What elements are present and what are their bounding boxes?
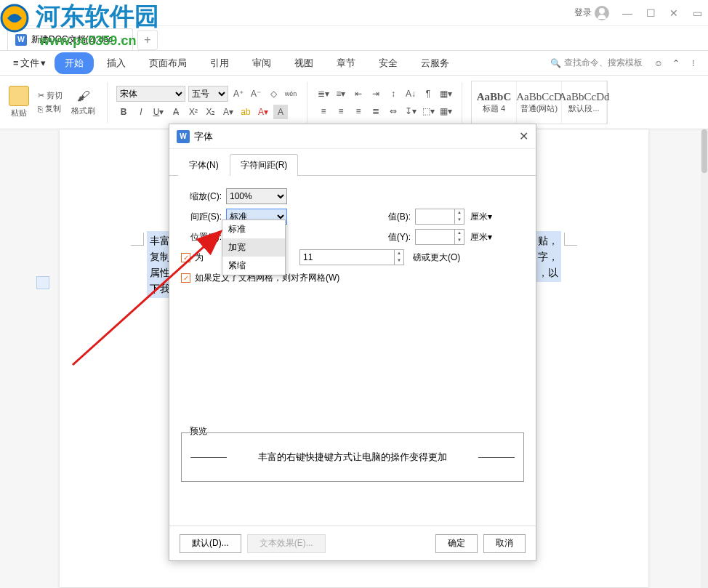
dropdown-option-expanded[interactable]: 加宽 [222,238,285,257]
menu-security[interactable]: 安全 [369,52,408,74]
menu-references[interactable]: 引用 [200,52,239,74]
chevron-down-icon: ▾ [488,232,492,242]
copy-icon: ⎘ [38,105,43,113]
outline-pane-icon[interactable] [36,276,49,289]
strike-icon[interactable]: A̶ [169,105,183,119]
command-search[interactable]: 🔍 查找命令、搜索模板 [550,57,643,69]
shading-icon[interactable]: ⬚▾ [421,104,435,118]
bold-icon[interactable]: B [116,105,131,119]
spinner-buttons[interactable]: ▲▼ [394,249,404,265]
superscript-icon[interactable]: X² [186,105,201,119]
value-y-input[interactable] [415,229,454,245]
dropdown-option-standard[interactable]: 标准 [222,220,285,238]
paste-icon [9,86,29,106]
numbering-icon[interactable]: ≡▾ [334,86,348,101]
ok-button[interactable]: 确定 [435,534,478,553]
text-effects-button: 文本效果(E)... [247,534,326,553]
menu-cloud[interactable]: 云服务 [411,52,459,74]
clear-format-icon[interactable]: ◇ [266,86,281,101]
preview-frame: 丰富的右键快捷键方式让电脑的操作变得更加 [181,432,524,482]
login-button[interactable]: 登录 [574,6,609,20]
default-button[interactable]: 默认(D)... [180,534,241,553]
copy-button[interactable]: ⎘复制 [38,103,63,114]
maximize-icon[interactable]: ☐ [645,8,656,18]
paste-group[interactable]: 粘贴 [6,86,32,118]
spacing-label: 间距(S): [181,211,222,223]
highlight-icon[interactable]: ab [238,105,253,119]
preview-line [190,457,227,458]
show-marks-icon[interactable]: ¶ [421,86,435,101]
kerning-checkbox[interactable]: ✓ 为 [181,251,204,264]
document-tab[interactable]: W 新建DOC文档(2).doc × [7,28,133,50]
cancel-button[interactable]: 取消 [483,534,526,553]
align-right-icon[interactable]: ≡ [351,104,366,118]
style-default[interactable]: AaBbCcDd 默认段... [562,81,607,124]
tab-font[interactable]: 字体(N) [178,154,230,176]
minimize-icon[interactable]: — [622,8,632,18]
menu-view[interactable]: 视图 [284,52,323,74]
kern-size-input[interactable] [299,249,394,265]
subscript-icon[interactable]: X₂ [204,105,218,119]
text-effect-icon[interactable]: A▾ [221,105,236,119]
menu-section[interactable]: 章节 [326,52,366,74]
spinner-buttons[interactable]: ▲▼ [454,229,464,245]
unit-cm[interactable]: 厘米▾ [470,231,492,243]
phonetic-icon[interactable]: wén [283,86,298,101]
file-menu[interactable]: ≡ 文件 ▾ [7,54,52,73]
tab-char-spacing[interactable]: 字符间距(R) [230,154,299,176]
dialog-titlebar[interactable]: W 字体 ✕ [169,124,536,149]
format-painter-button[interactable]: 🖌 格式刷 [68,89,98,116]
kern-size-spinner[interactable]: ▲▼ [299,249,404,265]
spinner-buttons[interactable]: ▲▼ [454,209,464,225]
underline-icon[interactable]: U▾ [151,105,166,119]
font-group: 宋体 五号 A⁺ A⁻ ◇ wén B I U▾ A̶ X² X₂ A▾ ab … [116,86,298,119]
new-tab-button[interactable]: + [137,30,158,50]
cut-button[interactable]: ✂剪切 [38,90,63,101]
align-justify-icon[interactable]: ≣ [369,104,383,118]
borders-icon[interactable]: ▦▾ [438,104,453,118]
menu-home[interactable]: 开始 [55,52,94,74]
value-b-input[interactable] [415,209,454,225]
menu-insert[interactable]: 插入 [97,52,136,74]
style-heading4[interactable]: AaBbC 标题 4 [472,81,517,124]
font-color-icon[interactable]: A▾ [256,105,270,119]
bullets-icon[interactable]: ≣▾ [316,86,331,101]
help-icon[interactable]: ⁝ [686,56,701,71]
dropdown-option-condensed[interactable]: 紧缩 [222,257,285,275]
grow-font-icon[interactable]: A⁺ [231,86,246,101]
char-shading-icon[interactable]: A [273,105,288,119]
scroll-thumb[interactable] [701,129,707,173]
font-size-select[interactable]: 五号 [188,86,228,102]
close-window-icon[interactable]: ✕ [669,8,679,18]
distribute-icon[interactable]: ⇔ [386,104,401,118]
format-painter-label: 格式刷 [71,105,95,116]
value-b-spinner[interactable]: ▲▼ [415,209,464,225]
shrink-font-icon[interactable]: A⁻ [249,86,263,101]
margin-corner [564,233,577,246]
value-y-spinner[interactable]: ▲▼ [415,229,464,245]
indent-right-icon[interactable]: ⇥ [369,86,383,101]
zoom-select[interactable]: 100% [226,188,287,204]
border-icon[interactable]: ▦▾ [438,86,453,101]
dialog-close-icon[interactable]: ✕ [519,129,528,143]
vertical-scrollbar[interactable] [701,129,708,588]
smiley-icon[interactable]: ☺ [651,56,666,71]
line-spacing-icon[interactable]: ↕ [386,86,401,101]
menu-page-layout[interactable]: 页面布局 [139,52,197,74]
font-name-select[interactable]: 宋体 [116,86,185,102]
sort-icon[interactable]: A↓ [403,86,418,101]
chevron-up-icon[interactable]: ⌃ [669,56,683,71]
align-left-icon[interactable]: ≡ [316,104,331,118]
unit-cm[interactable]: 厘米▾ [470,211,492,223]
italic-icon[interactable]: I [134,105,148,119]
indent-left-icon[interactable]: ⇤ [351,86,366,101]
styles-gallery[interactable]: AaBbC 标题 4 AaBbCcD 普通(网站) AaBbCcDd 默认段..… [471,81,608,124]
tab-close-icon[interactable]: × [120,35,125,45]
align-center-icon[interactable]: ≡ [334,104,348,118]
style-name: 标题 4 [483,103,505,114]
menu-review[interactable]: 审阅 [242,52,281,74]
style-normal-web[interactable]: AaBbCcD 普通(网站) [517,81,562,124]
panel-icon[interactable]: ▭ [692,8,702,18]
spacing-dropdown-list[interactable]: 标准 加宽 紧缩 [222,220,286,275]
text-direction-icon[interactable]: ↧▾ [403,104,418,118]
